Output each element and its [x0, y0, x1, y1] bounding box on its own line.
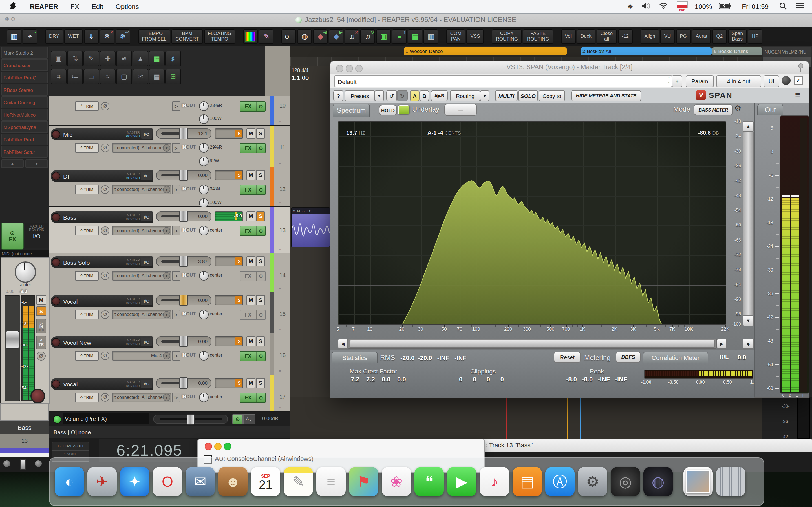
monitor-button[interactable]: ▷: [172, 393, 181, 402]
apple-menu-icon[interactable]: [10, 1, 17, 11]
fx-power-icon[interactable]: ⊙: [257, 144, 265, 153]
toolbar-button-hp[interactable]: HP: [748, 29, 763, 44]
mini-knob[interactable]: [3, 460, 10, 467]
media-item-thumbnail[interactable]: ⊙M▭FX: [291, 207, 331, 247]
fader-thumb[interactable]: [187, 414, 195, 425]
empty-item-icon[interactable]: ▢: [116, 69, 132, 84]
fx-button[interactable]: FX⊙: [240, 393, 266, 403]
item-notes-icon[interactable]: ▭: [302, 209, 305, 213]
envelope-power-button[interactable]: ⊙: [232, 414, 243, 424]
fx-button[interactable]: FX⊙: [240, 351, 266, 361]
system-preferences-icon[interactable]: ⚙: [578, 467, 607, 496]
pencil-icon[interactable]: ✎: [84, 51, 99, 66]
track-row-10[interactable]: 10▫^TRIMØ▷INOUT23%RFX⊙100W: [49, 96, 290, 126]
scroll-down-icon[interactable]: ▼: [26, 159, 48, 168]
master-fx-button[interactable]: ⊙FX: [1, 223, 24, 249]
envelope-active-icon[interactable]: [53, 415, 61, 424]
dropdown-icon[interactable]: ▼: [163, 144, 170, 152]
track-name-bar[interactable]: Vocal NewMASTERRCV SNDI/O: [51, 336, 153, 348]
sidebar-fx-item-7[interactable]: FabFilter Pro-L: [1, 133, 48, 145]
fx-slot-nugen[interactable]: NUGEN VisLM2 (NU: [763, 47, 811, 57]
dropdown-icon[interactable]: ▼: [163, 352, 170, 359]
toolbar-button-vu[interactable]: VU: [660, 29, 675, 44]
add-track-icon[interactable]: ✚: [100, 51, 116, 66]
envelope-shape-button[interactable]: ^⌄: [243, 414, 255, 424]
facetime-icon[interactable]: ▶: [447, 467, 476, 496]
item-mute-icon[interactable]: M: [297, 209, 300, 213]
menu-item-fx[interactable]: FX: [70, 3, 79, 10]
dropdown-icon[interactable]: ▼: [163, 311, 170, 318]
tab-correlation-meter[interactable]: Correlation Meter: [643, 351, 708, 363]
safari-icon[interactable]: ✦: [120, 467, 149, 496]
io-button[interactable]: I/O: [141, 130, 152, 138]
phase-button[interactable]: Ø: [101, 393, 109, 402]
param-button[interactable]: Param: [686, 75, 714, 87]
region-wooden-dance[interactable]: 1Wooden Dance: [404, 47, 567, 55]
toolbar-button-paste-routing[interactable]: PASTE ROUTING: [523, 29, 553, 44]
fx-power-icon[interactable]: ⊙: [257, 393, 265, 402]
volume-slider[interactable]: 0.00: [156, 211, 211, 221]
volume-fader-thumb[interactable]: [179, 128, 188, 139]
trim-button[interactable]: ^TRIM: [75, 393, 99, 402]
menu-clock[interactable]: Fri 01:59: [742, 3, 769, 10]
combo-stepper-icon[interactable]: ˆˇ: [668, 76, 669, 87]
presets-dropdown-icon[interactable]: ▼: [374, 90, 384, 101]
io-routing-icon[interactable]: ⇅: [67, 51, 83, 66]
pan-knob[interactable]: [199, 351, 209, 360]
sidebar-fx-item-2[interactable]: FabFilter Pro-Q: [1, 71, 48, 83]
phase-button[interactable]: Ø: [101, 185, 109, 194]
volume-fader-thumb[interactable]: [179, 378, 188, 389]
ui-button[interactable]: UI: [763, 75, 779, 87]
toolbar-button--12[interactable]: -12: [618, 29, 633, 44]
toolbar-button-duck[interactable]: Duck: [576, 29, 596, 44]
master-io-box[interactable]: MASTERRCV SND I/O: [25, 223, 49, 248]
trim-button[interactable]: ^TRIM: [75, 226, 99, 235]
region-beskid-drums[interactable]: 6Beskid Drums: [712, 47, 762, 55]
metronome-icon[interactable]: ▲: [133, 51, 148, 66]
phase-button[interactable]: Ø: [101, 272, 109, 280]
io-button[interactable]: I/O: [141, 172, 152, 180]
magnifier-icon[interactable]: ⌖▪: [22, 29, 37, 44]
toolbar-button-aurat[interactable]: Aurat: [692, 29, 711, 44]
dark-media-app-icon[interactable]: ◍: [644, 467, 673, 496]
trim-button[interactable]: ^TRIM: [75, 185, 99, 194]
dropdown-icon[interactable]: ▼: [163, 272, 170, 279]
rainbow-colors-icon[interactable]: [243, 29, 258, 44]
folder-state-icon[interactable]: ▫: [279, 405, 281, 410]
launchpad-rocket-icon[interactable]: ✈: [87, 467, 117, 496]
downloads-stack-icon[interactable]: [683, 467, 713, 496]
volume-slider[interactable]: -12.1: [156, 128, 211, 138]
wifi-icon[interactable]: [659, 3, 668, 10]
io-config-button[interactable]: 4 in 4 out: [716, 75, 761, 87]
pan-knob[interactable]: [199, 101, 209, 111]
trim-button[interactable]: ^TRIM: [75, 271, 99, 281]
item-list-icon[interactable]: ▤: [408, 29, 423, 44]
itunes-icon[interactable]: ♪: [480, 467, 509, 496]
spectrum-enable-toggle[interactable]: [398, 105, 409, 114]
pin-icon[interactable]: [797, 63, 804, 72]
width-knob[interactable]: [199, 157, 209, 166]
notes-icon[interactable]: ✎: [284, 467, 313, 496]
close-icon[interactable]: [205, 443, 212, 450]
track-row-15[interactable]: 15▫VocalMASTERRCV SNDI/O0.00!SMS^TRIMØt …: [49, 292, 290, 334]
solo-button[interactable]: S: [256, 378, 265, 388]
volume-fader-thumb[interactable]: [179, 295, 188, 306]
mute-button[interactable]: M: [246, 256, 255, 267]
routing-button[interactable]: Routing: [450, 90, 480, 101]
trim-button[interactable]: ^TRIM: [75, 351, 99, 360]
sidebar-fx-item-3[interactable]: RBass Stereo: [1, 84, 48, 96]
track-row-14[interactable]: 14▫Bass SoloMASTERRCV SNDI/O3.87!SMS^TRI…: [49, 253, 290, 292]
routing-matrix-icon[interactable]: ≔: [67, 69, 83, 84]
dropdown-icon[interactable]: ▼: [163, 227, 170, 234]
notes-sync-icon[interactable]: ♫↻: [361, 29, 375, 44]
scroll-up-icon[interactable]: ▲: [1, 159, 24, 168]
scroll-up-icon[interactable]: ▲: [743, 121, 754, 132]
record-arm-icon[interactable]: [52, 258, 60, 267]
sidebar-fx-item-4[interactable]: Guitar Ducking: [1, 96, 48, 108]
insert-grid-icon[interactable]: ⊞: [165, 69, 181, 84]
render-download-icon[interactable]: ⇓: [84, 29, 98, 44]
grid-green-icon[interactable]: ▦: [149, 51, 165, 66]
undo-icon[interactable]: ↺: [386, 90, 397, 101]
io-button[interactable]: I/O: [141, 338, 152, 346]
toolbar-button-vol[interactable]: Vol: [561, 29, 575, 44]
